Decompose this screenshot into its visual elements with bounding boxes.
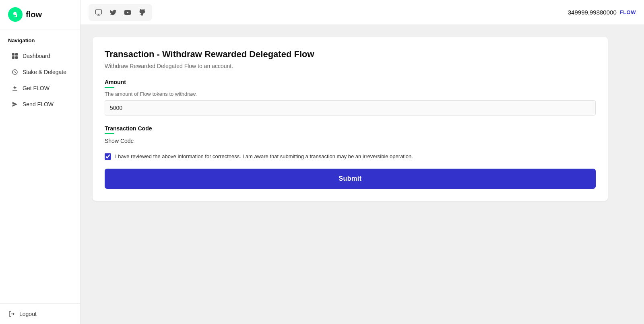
dashboard-icon: [11, 52, 19, 60]
content-area: Transaction - Withdraw Rewarded Delegate…: [80, 25, 644, 324]
stake-icon: [11, 68, 19, 76]
amount-field-group: Amount The amount of Flow tokens to with…: [105, 79, 596, 125]
submit-button[interactable]: Submit: [105, 169, 596, 189]
amount-input[interactable]: [105, 100, 596, 116]
sidebar-item-dashboard[interactable]: Dashboard: [3, 48, 77, 64]
download-icon: [11, 85, 19, 92]
balance-currency: FLOW: [620, 9, 636, 15]
svg-point-0: [14, 14, 15, 16]
logout-button[interactable]: Logout: [8, 310, 72, 318]
balance-amount: 349999.99880000: [568, 9, 617, 16]
logo-text: flow: [26, 10, 42, 19]
monitor-icon-button[interactable]: [93, 6, 105, 19]
svg-rect-7: [96, 10, 102, 14]
logo-area: flow: [0, 0, 80, 29]
youtube-icon-button[interactable]: [122, 6, 134, 19]
checkbox-label[interactable]: I have reviewed the above information fo…: [115, 153, 413, 161]
sidebar: flow Navigation Dashboard Stak: [0, 0, 80, 324]
svg-rect-3: [12, 56, 14, 59]
show-code-link[interactable]: Show Code: [105, 138, 134, 144]
main-area: 349999.99880000 FLOW Transaction - Withd…: [80, 0, 644, 324]
sidebar-item-stake[interactable]: Stake & Delegate: [3, 64, 77, 80]
sidebar-item-stake-label: Stake & Delegate: [23, 69, 66, 75]
nav-items: Navigation Dashboard Stake & Delegate: [0, 29, 80, 303]
transaction-code-label: Transaction Code: [105, 125, 596, 132]
amount-label: Amount: [105, 79, 596, 85]
header-icon-group: [89, 4, 152, 21]
sidebar-item-get-flow[interactable]: Get FLOW: [3, 80, 77, 96]
page-title: Transaction - Withdraw Rewarded Delegate…: [105, 49, 596, 60]
review-checkbox[interactable]: [105, 153, 111, 160]
send-icon: [11, 101, 19, 108]
sidebar-item-send-flow-label: Send FLOW: [23, 101, 54, 107]
sidebar-item-get-flow-label: Get FLOW: [23, 85, 50, 91]
svg-rect-2: [15, 53, 18, 56]
github-icon-button[interactable]: [136, 6, 148, 19]
sidebar-footer: Logout: [0, 303, 80, 324]
svg-rect-4: [15, 56, 18, 59]
amount-underline: [105, 87, 114, 88]
svg-rect-6: [12, 90, 17, 91]
logout-icon: [8, 310, 15, 318]
twitter-icon-button[interactable]: [107, 6, 119, 19]
sidebar-item-dashboard-label: Dashboard: [23, 53, 50, 59]
amount-description: The amount of Flow tokens to withdraw.: [105, 91, 596, 97]
sidebar-item-send-flow[interactable]: Send FLOW: [3, 97, 77, 112]
page-subtitle: Withdraw Rewarded Delegated Flow to an a…: [105, 63, 596, 69]
svg-rect-1: [12, 53, 14, 56]
balance-area: 349999.99880000 FLOW: [568, 9, 636, 16]
nav-label: Navigation: [0, 29, 80, 47]
transaction-code-section: Transaction Code Show Code: [105, 125, 596, 144]
logo-icon: [8, 7, 23, 22]
header: 349999.99880000 FLOW: [80, 0, 644, 25]
checkbox-row: I have reviewed the above information fo…: [105, 153, 596, 161]
logout-label: Logout: [19, 311, 37, 317]
transaction-code-underline: [105, 133, 114, 134]
transaction-card: Transaction - Withdraw Rewarded Delegate…: [93, 37, 608, 201]
